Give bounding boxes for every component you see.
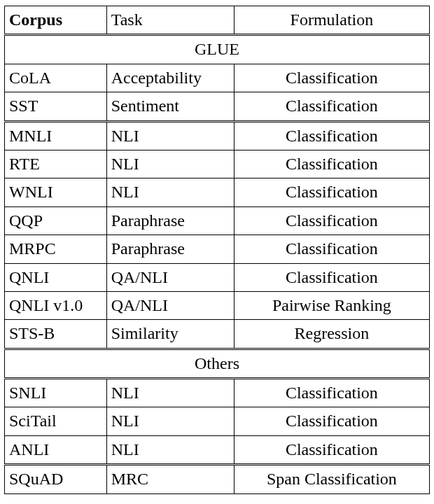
cell-task: Paraphrase [106, 235, 234, 263]
table-row: SNLI NLI Classification [5, 379, 430, 407]
cell-task: NLI [106, 379, 234, 407]
cell-corpus: STS-B [5, 320, 107, 349]
cell-corpus: RTE [5, 150, 107, 178]
cell-corpus: SNLI [5, 379, 107, 407]
cell-task: Acceptability [106, 64, 234, 92]
header-formulation: Formulation [234, 6, 429, 35]
section-row-glue: GLUE [5, 35, 430, 64]
cell-task: NLI [106, 178, 234, 206]
cell-formulation: Classification [234, 150, 429, 178]
table-row: RTE NLI Classification [5, 150, 430, 178]
cell-formulation: Classification [234, 92, 429, 121]
table-row: CoLA Acceptability Classification [5, 64, 430, 92]
cell-formulation: Pairwise Ranking [234, 291, 429, 319]
section-row-others: Others [5, 349, 430, 378]
cell-task: Similarity [106, 320, 234, 349]
cell-task: Paraphrase [106, 206, 234, 234]
benchmarks-table: Corpus Task Formulation GLUE CoLA Accept… [4, 6, 430, 494]
cell-corpus: QNLI [5, 263, 107, 291]
cell-formulation: Span Classification [234, 465, 429, 493]
section-label-glue: GLUE [5, 35, 430, 64]
header-task: Task [106, 6, 234, 35]
cell-formulation: Classification [234, 407, 429, 435]
cell-formulation: Classification [234, 178, 429, 206]
cell-corpus: QNLI v1.0 [5, 291, 107, 319]
table-row: QNLI v1.0 QA/NLI Pairwise Ranking [5, 291, 430, 319]
cell-task: QA/NLI [106, 263, 234, 291]
table-row: SciTail NLI Classification [5, 407, 430, 435]
cell-formulation: Classification [234, 235, 429, 263]
cell-task: NLI [106, 407, 234, 435]
cell-corpus: MNLI [5, 121, 107, 150]
cell-task: Sentiment [106, 92, 234, 121]
section-label-others: Others [5, 349, 430, 378]
cell-task: QA/NLI [106, 291, 234, 319]
cell-formulation: Classification [234, 206, 429, 234]
cell-formulation: Classification [234, 263, 429, 291]
cell-formulation: Classification [234, 435, 429, 464]
cell-task: NLI [106, 435, 234, 464]
cell-corpus: WNLI [5, 178, 107, 206]
table-row: STS-B Similarity Regression [5, 320, 430, 349]
table-row: ANLI NLI Classification [5, 435, 430, 464]
cell-corpus: QQP [5, 206, 107, 234]
cell-task: MRC [106, 465, 234, 493]
table-row: WNLI NLI Classification [5, 178, 430, 206]
cell-corpus: SQuAD [5, 465, 107, 493]
header-corpus: Corpus [5, 6, 107, 35]
cell-corpus: MRPC [5, 235, 107, 263]
table-row: QQP Paraphrase Classification [5, 206, 430, 234]
cell-formulation: Classification [234, 121, 429, 150]
table-header-row: Corpus Task Formulation [5, 6, 430, 35]
cell-task: NLI [106, 121, 234, 150]
table-row: MRPC Paraphrase Classification [5, 235, 430, 263]
table-row: SST Sentiment Classification [5, 92, 430, 121]
cell-corpus: CoLA [5, 64, 107, 92]
cell-formulation: Classification [234, 64, 429, 92]
table-row: MNLI NLI Classification [5, 121, 430, 150]
cell-corpus: SST [5, 92, 107, 121]
table-row: SQuAD MRC Span Classification [5, 465, 430, 493]
cell-formulation: Classification [234, 379, 429, 407]
table-row: QNLI QA/NLI Classification [5, 263, 430, 291]
cell-corpus: ANLI [5, 435, 107, 464]
cell-formulation: Regression [234, 320, 429, 349]
cell-corpus: SciTail [5, 407, 107, 435]
cell-task: NLI [106, 150, 234, 178]
